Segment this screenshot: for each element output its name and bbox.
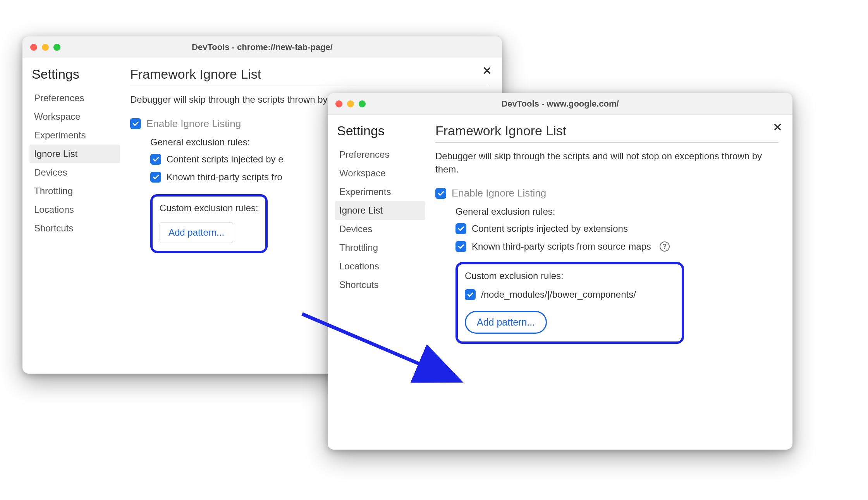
window-titlebar: DevTools - chrome://new-tab-page/ [22,36,502,58]
sidebar-item-experiments[interactable]: Experiments [335,183,425,201]
rule-content-scripts-label: Content scripts injected by e [167,154,284,165]
checkbox-checked-icon[interactable] [455,223,466,234]
page-description: Debugger will skip through the scripts a… [435,150,779,176]
rule-content-scripts-row[interactable]: Content scripts injected by extensions [455,223,779,234]
highlight-annotation: Custom exclusion rules: /node_modules/|/… [455,262,684,344]
enable-ignore-listing-label: Enable Ignore Listing [146,118,241,130]
settings-close-button[interactable]: ✕ [481,65,493,77]
window-minimize-dot[interactable] [347,100,354,107]
checkbox-checked-icon[interactable] [465,289,476,300]
checkbox-checked-icon[interactable] [435,188,446,199]
custom-pattern-label: /node_modules/|/bower_components/ [481,289,636,300]
sidebar-item-ignore-list[interactable]: Ignore List [335,201,425,220]
sidebar-item-shortcuts[interactable]: Shortcuts [29,219,120,238]
window-minimize-dot[interactable] [42,44,49,51]
rule-third-party-row[interactable]: Known third-party scripts from source ma… [455,241,779,252]
window-maximize-dot[interactable] [359,100,366,107]
custom-rules-title: Custom exclusion rules: [465,271,675,281]
window-title: DevTools - www.google.com/ [328,99,792,109]
checkbox-checked-icon[interactable] [150,154,161,165]
sidebar-item-throttling[interactable]: Throttling [335,238,425,257]
highlight-annotation: Custom exclusion rules: Add pattern... [150,194,268,253]
close-icon: ✕ [482,65,492,77]
window-titlebar: DevTools - www.google.com/ [328,93,792,115]
sidebar-item-devices[interactable]: Devices [29,163,120,182]
settings-close-button[interactable]: ✕ [772,122,783,133]
sidebar-item-preferences[interactable]: Preferences [335,145,425,164]
enable-ignore-listing-label: Enable Ignore Listing [452,187,546,199]
enable-ignore-listing-row[interactable]: Enable Ignore Listing [435,187,779,199]
custom-exclusion-section: Custom exclusion rules: /node_modules/|/… [455,262,779,344]
window-title: DevTools - chrome://new-tab-page/ [22,42,502,52]
window-close-dot[interactable] [30,44,37,51]
window-maximize-dot[interactable] [53,44,60,51]
sidebar-item-devices[interactable]: Devices [335,220,425,238]
sidebar-item-locations[interactable]: Locations [335,257,425,276]
page-title: Framework Ignore List [435,123,779,143]
custom-rules-title: Custom exclusion rules: [160,203,258,214]
settings-sidebar: Settings Preferences Workspace Experimen… [328,115,432,450]
sidebar-title: Settings [29,67,120,82]
sidebar-item-shortcuts[interactable]: Shortcuts [335,276,425,294]
add-pattern-button[interactable]: Add pattern... [160,222,233,243]
add-pattern-button[interactable]: Add pattern... [465,311,547,334]
traffic-lights [30,44,60,51]
sidebar-item-experiments[interactable]: Experiments [29,126,120,145]
traffic-lights [335,100,366,107]
sidebar-item-locations[interactable]: Locations [29,200,120,219]
custom-pattern-row[interactable]: /node_modules/|/bower_components/ [465,289,675,300]
rule-third-party-label: Known third-party scripts from source ma… [472,241,651,252]
rule-third-party-label: Known third-party scripts fro [167,172,282,183]
sidebar-item-workspace[interactable]: Workspace [335,164,425,183]
rule-content-scripts-label: Content scripts injected by extensions [472,223,628,234]
settings-sidebar: Settings Preferences Workspace Experimen… [22,58,127,374]
general-exclusion-section: General exclusion rules: Content scripts… [455,206,779,252]
window-close-dot[interactable] [335,100,342,107]
sidebar-item-preferences[interactable]: Preferences [29,89,120,107]
page-title: Framework Ignore List [130,67,488,86]
sidebar-title: Settings [335,123,425,138]
close-icon: ✕ [773,122,782,133]
general-rules-title: General exclusion rules: [455,206,779,217]
checkbox-checked-icon[interactable] [455,241,466,252]
devtools-window-2: DevTools - www.google.com/ ✕ Settings Pr… [328,93,792,450]
sidebar-item-workspace[interactable]: Workspace [29,107,120,126]
help-icon[interactable]: ? [660,241,670,252]
settings-main: Framework Ignore List Debugger will skip… [432,115,792,450]
sidebar-item-ignore-list[interactable]: Ignore List [29,145,120,163]
sidebar-item-throttling[interactable]: Throttling [29,182,120,200]
checkbox-checked-icon[interactable] [130,118,141,129]
checkbox-checked-icon[interactable] [150,172,161,183]
